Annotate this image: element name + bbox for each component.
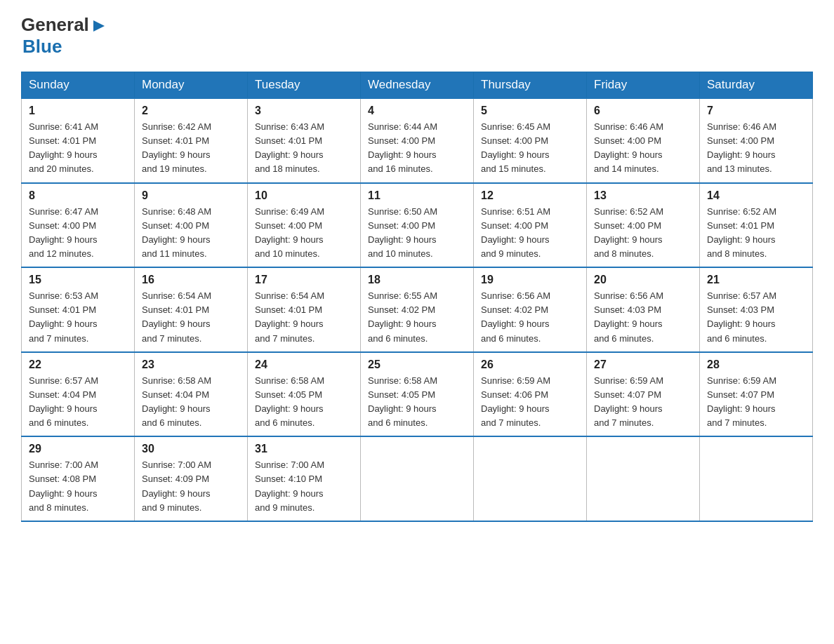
day-number: 3 (255, 105, 353, 117)
day-info: Sunrise: 6:51 AM Sunset: 4:00 PM Dayligh… (481, 205, 579, 262)
day-number: 29 (29, 443, 127, 455)
day-number: 24 (255, 358, 353, 371)
calendar-cell: 26 Sunrise: 6:59 AM Sunset: 4:06 PM Dayl… (474, 352, 587, 437)
day-number: 2 (142, 105, 240, 117)
calendar-cell: 12 Sunrise: 6:51 AM Sunset: 4:00 PM Dayl… (474, 183, 587, 268)
calendar-cell: 20 Sunrise: 6:56 AM Sunset: 4:03 PM Dayl… (587, 267, 700, 352)
calendar-cell: 25 Sunrise: 6:58 AM Sunset: 4:05 PM Dayl… (361, 352, 474, 437)
day-number: 9 (142, 189, 240, 202)
day-info: Sunrise: 6:52 AM Sunset: 4:01 PM Dayligh… (707, 205, 805, 262)
day-number: 5 (481, 105, 579, 117)
day-number: 23 (142, 358, 240, 371)
day-header-monday: Monday (135, 72, 248, 99)
calendar-cell: 22 Sunrise: 6:57 AM Sunset: 4:04 PM Dayl… (22, 352, 135, 437)
calendar-cell: 28 Sunrise: 6:59 AM Sunset: 4:07 PM Dayl… (700, 352, 813, 437)
day-info: Sunrise: 6:50 AM Sunset: 4:00 PM Dayligh… (368, 205, 466, 262)
page-header: General Blue (21, 14, 813, 58)
calendar-cell (474, 436, 587, 521)
day-info: Sunrise: 7:00 AM Sunset: 4:08 PM Dayligh… (29, 458, 127, 515)
day-number: 15 (29, 274, 127, 286)
day-number: 22 (29, 358, 127, 371)
day-number: 19 (481, 274, 579, 286)
day-info: Sunrise: 6:42 AM Sunset: 4:01 PM Dayligh… (142, 120, 240, 177)
day-info: Sunrise: 6:57 AM Sunset: 4:04 PM Dayligh… (29, 374, 127, 431)
day-info: Sunrise: 6:59 AM Sunset: 4:07 PM Dayligh… (707, 374, 805, 431)
day-info: Sunrise: 6:58 AM Sunset: 4:05 PM Dayligh… (255, 374, 353, 431)
calendar-header-row: SundayMondayTuesdayWednesdayThursdayFrid… (22, 72, 813, 99)
day-info: Sunrise: 6:58 AM Sunset: 4:05 PM Dayligh… (368, 374, 466, 431)
calendar-cell: 21 Sunrise: 6:57 AM Sunset: 4:03 PM Dayl… (700, 267, 813, 352)
day-number: 25 (368, 358, 466, 371)
calendar-cell: 10 Sunrise: 6:49 AM Sunset: 4:00 PM Dayl… (248, 183, 361, 268)
day-header-thursday: Thursday (474, 72, 587, 99)
day-number: 21 (707, 274, 805, 286)
calendar-cell: 29 Sunrise: 7:00 AM Sunset: 4:08 PM Dayl… (22, 436, 135, 521)
day-info: Sunrise: 6:46 AM Sunset: 4:00 PM Dayligh… (707, 120, 805, 177)
day-info: Sunrise: 6:49 AM Sunset: 4:00 PM Dayligh… (255, 205, 353, 262)
day-number: 28 (707, 358, 805, 371)
calendar-cell: 23 Sunrise: 6:58 AM Sunset: 4:04 PM Dayl… (135, 352, 248, 437)
day-number: 30 (142, 443, 240, 455)
calendar-cell: 3 Sunrise: 6:43 AM Sunset: 4:01 PM Dayli… (248, 98, 361, 183)
day-info: Sunrise: 6:58 AM Sunset: 4:04 PM Dayligh… (142, 374, 240, 431)
calendar-table: SundayMondayTuesdayWednesdayThursdayFrid… (21, 72, 813, 522)
calendar-cell: 9 Sunrise: 6:48 AM Sunset: 4:00 PM Dayli… (135, 183, 248, 268)
calendar-cell: 14 Sunrise: 6:52 AM Sunset: 4:01 PM Dayl… (700, 183, 813, 268)
logo-triangle-icon (91, 18, 106, 34)
calendar-cell: 19 Sunrise: 6:56 AM Sunset: 4:02 PM Dayl… (474, 267, 587, 352)
calendar-cell: 18 Sunrise: 6:55 AM Sunset: 4:02 PM Dayl… (361, 267, 474, 352)
day-info: Sunrise: 6:48 AM Sunset: 4:00 PM Dayligh… (142, 205, 240, 262)
day-number: 17 (255, 274, 353, 286)
day-number: 13 (594, 189, 692, 202)
day-number: 14 (707, 189, 805, 202)
calendar-week-row: 1 Sunrise: 6:41 AM Sunset: 4:01 PM Dayli… (22, 98, 813, 183)
calendar-week-row: 29 Sunrise: 7:00 AM Sunset: 4:08 PM Dayl… (22, 436, 813, 521)
calendar-cell: 4 Sunrise: 6:44 AM Sunset: 4:00 PM Dayli… (361, 98, 474, 183)
day-info: Sunrise: 6:59 AM Sunset: 4:07 PM Dayligh… (594, 374, 692, 431)
calendar-cell: 5 Sunrise: 6:45 AM Sunset: 4:00 PM Dayli… (474, 98, 587, 183)
calendar-week-row: 15 Sunrise: 6:53 AM Sunset: 4:01 PM Dayl… (22, 267, 813, 352)
logo-blue: Blue (22, 36, 62, 57)
calendar-cell (361, 436, 474, 521)
day-info: Sunrise: 7:00 AM Sunset: 4:09 PM Dayligh… (142, 458, 240, 515)
day-number: 12 (481, 189, 579, 202)
calendar-cell: 1 Sunrise: 6:41 AM Sunset: 4:01 PM Dayli… (22, 98, 135, 183)
day-info: Sunrise: 6:52 AM Sunset: 4:00 PM Dayligh… (594, 205, 692, 262)
day-info: Sunrise: 6:47 AM Sunset: 4:00 PM Dayligh… (29, 205, 127, 262)
day-number: 27 (594, 358, 692, 371)
calendar-cell: 16 Sunrise: 6:54 AM Sunset: 4:01 PM Dayl… (135, 267, 248, 352)
day-number: 6 (594, 105, 692, 117)
day-info: Sunrise: 7:00 AM Sunset: 4:10 PM Dayligh… (255, 458, 353, 515)
calendar-cell: 6 Sunrise: 6:46 AM Sunset: 4:00 PM Dayli… (587, 98, 700, 183)
calendar-cell: 13 Sunrise: 6:52 AM Sunset: 4:00 PM Dayl… (587, 183, 700, 268)
logo: General Blue (21, 14, 106, 58)
calendar-cell: 11 Sunrise: 6:50 AM Sunset: 4:00 PM Dayl… (361, 183, 474, 268)
calendar-cell: 2 Sunrise: 6:42 AM Sunset: 4:01 PM Dayli… (135, 98, 248, 183)
day-header-tuesday: Tuesday (248, 72, 361, 99)
day-number: 1 (29, 105, 127, 117)
day-number: 20 (594, 274, 692, 286)
calendar-cell: 7 Sunrise: 6:46 AM Sunset: 4:00 PM Dayli… (700, 98, 813, 183)
calendar-week-row: 22 Sunrise: 6:57 AM Sunset: 4:04 PM Dayl… (22, 352, 813, 437)
calendar-cell (700, 436, 813, 521)
day-info: Sunrise: 6:46 AM Sunset: 4:00 PM Dayligh… (594, 120, 692, 177)
day-number: 31 (255, 443, 353, 455)
day-info: Sunrise: 6:56 AM Sunset: 4:03 PM Dayligh… (594, 289, 692, 346)
logo-general: General (21, 14, 89, 36)
calendar-cell: 31 Sunrise: 7:00 AM Sunset: 4:10 PM Dayl… (248, 436, 361, 521)
calendar-cell (587, 436, 700, 521)
day-header-friday: Friday (587, 72, 700, 99)
day-info: Sunrise: 6:55 AM Sunset: 4:02 PM Dayligh… (368, 289, 466, 346)
day-info: Sunrise: 6:44 AM Sunset: 4:00 PM Dayligh… (368, 120, 466, 177)
day-info: Sunrise: 6:41 AM Sunset: 4:01 PM Dayligh… (29, 120, 127, 177)
calendar-cell: 30 Sunrise: 7:00 AM Sunset: 4:09 PM Dayl… (135, 436, 248, 521)
calendar-cell: 8 Sunrise: 6:47 AM Sunset: 4:00 PM Dayli… (22, 183, 135, 268)
day-number: 4 (368, 105, 466, 117)
day-info: Sunrise: 6:53 AM Sunset: 4:01 PM Dayligh… (29, 289, 127, 346)
day-info: Sunrise: 6:43 AM Sunset: 4:01 PM Dayligh… (255, 120, 353, 177)
calendar-week-row: 8 Sunrise: 6:47 AM Sunset: 4:00 PM Dayli… (22, 183, 813, 268)
calendar-cell: 27 Sunrise: 6:59 AM Sunset: 4:07 PM Dayl… (587, 352, 700, 437)
day-number: 7 (707, 105, 805, 117)
day-header-saturday: Saturday (700, 72, 813, 99)
day-info: Sunrise: 6:56 AM Sunset: 4:02 PM Dayligh… (481, 289, 579, 346)
